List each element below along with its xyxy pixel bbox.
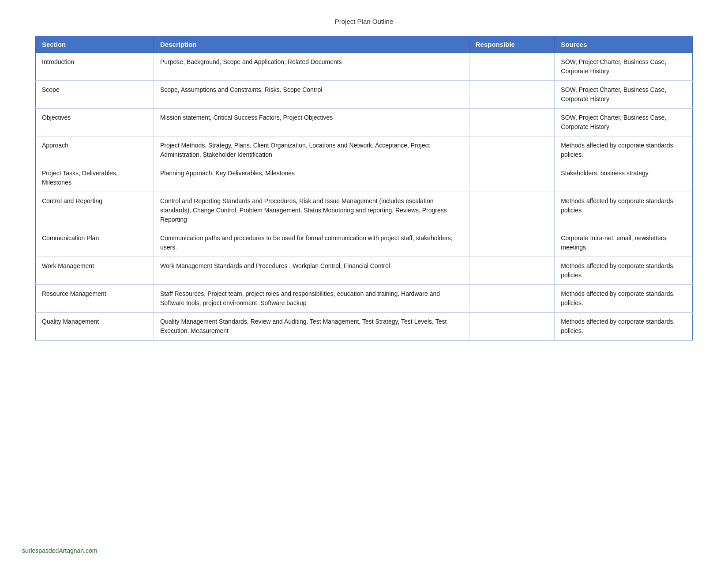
cell-responsible <box>469 285 555 313</box>
project-plan-table: Section Description Responsible Sources … <box>35 36 693 340</box>
cell-section: Objectives <box>36 109 154 136</box>
cell-description: Project Methods, Strategy, Plans, Client… <box>154 136 469 164</box>
cell-responsible <box>469 192 555 229</box>
cell-responsible <box>469 109 555 136</box>
footer-link[interactable]: surlespasdedArtagnan.com <box>22 547 97 554</box>
cell-section: Resource Management <box>36 285 154 313</box>
cell-sources: Corporate Intra-net, email, newsletters,… <box>555 229 693 257</box>
cell-responsible <box>469 313 555 340</box>
cell-responsible <box>469 136 555 164</box>
table-row: Project Tasks, Deliverables, MilestonesP… <box>36 164 693 192</box>
cell-responsible <box>469 53 555 81</box>
table-row: Work ManagementWork Management Standards… <box>36 257 693 285</box>
header-description: Description <box>154 36 469 53</box>
cell-sources: Methods affected by corporate standards,… <box>555 257 693 285</box>
cell-section: Control and Reporting <box>36 192 154 229</box>
table-row: IntroductionPurpose, Background, Scope a… <box>36 53 693 81</box>
cell-description: Communication paths and procedures to be… <box>154 229 469 257</box>
cell-description: Staff Resources, Project team, project r… <box>154 285 469 313</box>
table-row: Control and ReportingControl and Reporti… <box>36 192 693 229</box>
cell-section: Scope <box>36 81 154 109</box>
cell-description: Purpose, Background, Scope and Applicati… <box>154 53 469 81</box>
cell-description: Scope, Assumptions and Constraints, Risk… <box>154 81 469 109</box>
cell-sources: Stakeholders, business strategy <box>555 164 693 192</box>
cell-section: Quality Management <box>36 313 154 340</box>
cell-responsible <box>469 257 555 285</box>
table-row: ApproachProject Methods, Strategy, Plans… <box>36 136 693 164</box>
header-section: Section <box>36 36 154 53</box>
table-header-row: Section Description Responsible Sources <box>36 36 693 53</box>
cell-description: Mission statement, Critical Success Fact… <box>154 109 469 136</box>
cell-sources: Methods affected by corporate standards,… <box>555 192 693 229</box>
table-row: Quality ManagementQuality Management Sta… <box>36 313 693 340</box>
cell-section: Communication Plan <box>36 229 154 257</box>
cell-sources: Methods affected by corporate standards,… <box>555 313 693 340</box>
cell-section: Approach <box>36 136 154 164</box>
cell-responsible <box>469 229 555 257</box>
table-row: Communication PlanCommunication paths an… <box>36 229 693 257</box>
cell-section: Project Tasks, Deliverables, Milestones <box>36 164 154 192</box>
header-sources: Sources <box>555 36 693 53</box>
cell-responsible <box>469 81 555 109</box>
cell-sources: SOW, Project Charter, Business Case, Cor… <box>555 109 693 136</box>
cell-sources: Methods affected by corporate standards,… <box>555 136 693 164</box>
cell-responsible <box>469 164 555 192</box>
header-responsible: Responsible <box>469 36 555 53</box>
table-row: ObjectivesMission statement, Critical Su… <box>36 109 693 136</box>
page-title: Project Plan Outline <box>35 18 693 25</box>
cell-description: Planning Approach, Key Deliverables, Mil… <box>154 164 469 192</box>
cell-description: Control and Reporting Standards and Proc… <box>154 192 469 229</box>
cell-sources: Methods affected by corporate standards,… <box>555 285 693 313</box>
table-row: ScopeScope, Assumptions and Constraints,… <box>36 81 693 109</box>
page-container: Project Plan Outline Section Description… <box>0 0 728 376</box>
cell-description: Quality Management Standards, Review and… <box>154 313 469 340</box>
cell-description: Work Management Standards and Procedures… <box>154 257 469 285</box>
cell-section: Introduction <box>36 53 154 81</box>
cell-sources: SOW, Project Charter, Business Case, Cor… <box>555 81 693 109</box>
table-row: Resource ManagementStaff Resources, Proj… <box>36 285 693 313</box>
cell-section: Work Management <box>36 257 154 285</box>
cell-sources: SOW, Project Charter, Business Case, Cor… <box>555 53 693 81</box>
